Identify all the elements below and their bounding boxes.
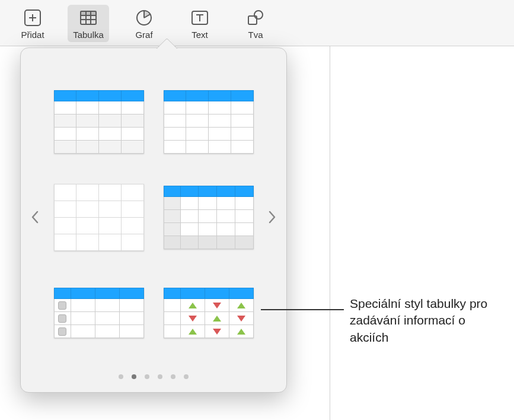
table-style-checklist[interactable]	[53, 279, 145, 346]
toolbar-table-button[interactable]: Tabulka	[68, 5, 109, 42]
toolbar-chart-button[interactable]: Graf	[123, 5, 165, 42]
svg-point-16	[254, 11, 263, 19]
page-dot[interactable]	[184, 374, 189, 379]
callout-text: Speciální styl tabulky pro zadávání info…	[350, 295, 504, 346]
toolbar-shapes-button[interactable]: Tva	[235, 5, 276, 42]
table-style-header-alt-rows[interactable]	[53, 88, 145, 155]
table-style-stock-arrows[interactable]	[162, 279, 254, 346]
toolbar-label: Přidat	[21, 30, 44, 40]
table-icon	[78, 7, 99, 28]
svg-rect-8	[81, 11, 96, 15]
plus-box-icon	[22, 7, 43, 28]
toolbar: Přidat Tabulka Graf	[0, 0, 514, 46]
toolbar-text-button[interactable]: Text	[179, 5, 221, 42]
prev-page-button[interactable]	[21, 69, 49, 365]
page-dot[interactable]	[158, 374, 162, 379]
page-dot[interactable]	[145, 374, 149, 379]
content-pane	[330, 0, 514, 420]
page-dot[interactable]	[171, 374, 175, 379]
table-style-header-plain[interactable]	[162, 88, 254, 155]
table-style-header-rowcol-footer[interactable]	[162, 184, 254, 251]
pie-icon	[133, 7, 155, 28]
page-dot[interactable]	[132, 374, 136, 379]
toolbar-label: Text	[191, 30, 208, 40]
table-style-plain-grid[interactable]	[53, 184, 145, 251]
callout-leader-line	[261, 309, 344, 310]
toolbar-label: Tabulka	[73, 30, 104, 40]
table-style-grid	[49, 88, 258, 346]
text-box-icon	[189, 7, 210, 28]
next-page-button[interactable]	[258, 69, 286, 365]
toolbar-label: Graf	[135, 30, 152, 40]
page-dot[interactable]	[119, 374, 123, 379]
toolbar-insert-button[interactable]: Přidat	[12, 5, 53, 42]
shapes-icon	[245, 7, 266, 28]
page-indicator	[21, 365, 286, 392]
toolbar-label: Tva	[248, 30, 263, 40]
table-styles-popover	[20, 47, 287, 393]
